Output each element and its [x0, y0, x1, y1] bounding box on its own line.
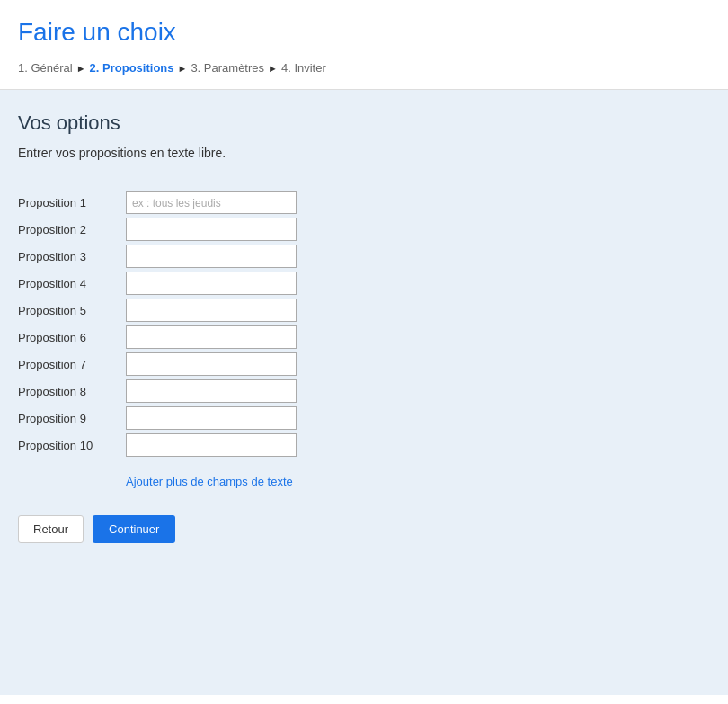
breadcrumb-step-2[interactable]: 2. Propositions	[90, 61, 174, 75]
proposition-input-10[interactable]	[126, 433, 297, 457]
proposition-input-2[interactable]	[126, 218, 297, 241]
propositions-form: Proposition 1Proposition 2Proposition 3P…	[18, 185, 297, 466]
proposition-label-7: Proposition 7	[18, 358, 126, 371]
proposition-input-4[interactable]	[126, 272, 297, 295]
form-row-9: Proposition 9	[18, 406, 297, 430]
proposition-label-5: Proposition 5	[18, 304, 126, 317]
form-row-5: Proposition 5	[18, 299, 297, 322]
add-more-link[interactable]: Ajouter plus de champs de texte	[126, 475, 710, 488]
page-title: Faire un choix	[18, 18, 710, 47]
breadcrumb-sep-3: ►	[268, 63, 278, 74]
footer-buttons: Retour Continuer	[18, 515, 710, 552]
form-row-3: Proposition 3	[18, 245, 297, 268]
proposition-label-8: Proposition 8	[18, 385, 126, 398]
breadcrumb-sep-1: ►	[76, 63, 86, 74]
proposition-input-5[interactable]	[126, 299, 297, 322]
proposition-input-3[interactable]	[126, 245, 297, 268]
breadcrumb-step-4[interactable]: 4. Inviter	[281, 61, 326, 75]
header: Faire un choix 1. Général ► 2. Propositi…	[0, 0, 728, 90]
form-row-6: Proposition 6	[18, 325, 297, 349]
breadcrumb-step-3[interactable]: 3. Paramètres	[191, 61, 264, 75]
proposition-label-2: Proposition 2	[18, 223, 126, 236]
proposition-input-7[interactable]	[126, 352, 297, 376]
proposition-input-9[interactable]	[126, 406, 297, 430]
form-row-2: Proposition 2	[18, 218, 297, 241]
form-row-10: Proposition 10	[18, 433, 297, 457]
proposition-input-6[interactable]	[126, 325, 297, 349]
form-row-1: Proposition 1	[18, 191, 297, 214]
form-row-4: Proposition 4	[18, 272, 297, 295]
proposition-label-6: Proposition 6	[18, 331, 126, 344]
main-content: Vos options Entrer vos propositions en t…	[0, 90, 728, 695]
proposition-input-8[interactable]	[126, 379, 297, 403]
proposition-label-9: Proposition 9	[18, 412, 126, 425]
back-button[interactable]: Retour	[18, 515, 84, 543]
form-row-8: Proposition 8	[18, 379, 297, 403]
proposition-input-1[interactable]	[126, 191, 297, 214]
form-row-7: Proposition 7	[18, 352, 297, 376]
breadcrumb-step-1[interactable]: 1. Général	[18, 61, 73, 75]
proposition-label-1: Proposition 1	[18, 196, 126, 209]
section-title: Vos options	[18, 111, 710, 135]
breadcrumb-sep-2: ►	[178, 63, 188, 74]
proposition-label-4: Proposition 4	[18, 277, 126, 290]
proposition-label-3: Proposition 3	[18, 250, 126, 263]
proposition-label-10: Proposition 10	[18, 439, 126, 452]
section-description: Entrer vos propositions en texte libre.	[18, 146, 710, 160]
breadcrumb: 1. Général ► 2. Propositions ► 3. Paramè…	[18, 61, 710, 75]
continue-button[interactable]: Continuer	[93, 515, 175, 543]
